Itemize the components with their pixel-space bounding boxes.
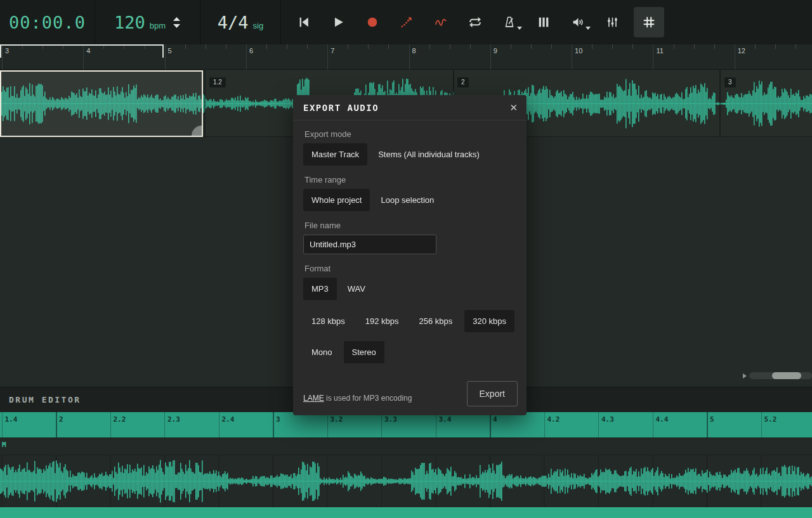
step-sequencer-icon (642, 15, 656, 29)
chevron-down-icon (173, 23, 181, 29)
dropdown-caret-icon (517, 27, 522, 30)
time-signature-control[interactable]: 4/4 sig (200, 0, 281, 44)
ruler-tick (219, 412, 219, 437)
piano-roll-button[interactable] (531, 10, 556, 35)
clip-label: 3 (724, 77, 736, 87)
beat-tick (694, 44, 695, 49)
automation-curve-icon (434, 15, 448, 29)
beat-tick (429, 44, 430, 49)
bar-line (735, 44, 735, 70)
ruler-mark: 8 (412, 47, 416, 55)
dialog-footer: LAME is used for MP3 encoding Export (303, 381, 518, 406)
export-button[interactable]: Export (467, 381, 518, 406)
metronome-button[interactable] (497, 10, 522, 35)
record-icon (365, 15, 379, 29)
lame-link[interactable]: LAME (303, 394, 324, 403)
speaker-icon (571, 15, 585, 29)
encoding-note-text: is used for MP3 encoding (326, 394, 412, 403)
horizontal-scrollbar[interactable] (749, 372, 812, 379)
export-mode-option-master-track[interactable]: Master Track (303, 143, 367, 165)
format-option-wav[interactable]: WAV (339, 278, 374, 300)
time-signature-value: 4/4 (218, 13, 249, 32)
ruler-mark: 2.2 (114, 415, 126, 424)
format-option-mp3[interactable]: MP3 (303, 278, 337, 300)
beat-tick (531, 44, 532, 49)
mixer-button[interactable] (599, 10, 625, 35)
time-range-option-whole-project[interactable]: Whole project (303, 189, 370, 211)
ruler-tick (761, 412, 762, 437)
close-button[interactable]: ✕ (509, 103, 518, 112)
beat-tick (511, 44, 511, 49)
bpm-control[interactable]: 120 bpm (95, 0, 200, 44)
beat-tick (348, 44, 348, 49)
bitrate-options: 128 kbps 192 kbps 256 kbps 320 kbps (303, 310, 516, 332)
automation-dots-icon (400, 15, 414, 29)
beat-tick (287, 44, 287, 49)
beat-tick (450, 44, 450, 49)
beat-tick (185, 44, 186, 49)
ruler-mark: 5.2 (764, 415, 777, 424)
bar-line (246, 44, 247, 70)
time-range-option-loop-selection[interactable]: Loop selection (372, 189, 442, 211)
time-signature-unit: sig (253, 21, 264, 30)
ruler-tick (381, 412, 382, 437)
scroll-arrow-icon[interactable] (743, 373, 747, 379)
bpm-value: 120 (114, 13, 145, 32)
bitrate-option-320[interactable]: 320 kbps (464, 310, 514, 332)
ruler-mark: 3 (276, 415, 280, 424)
loop-button[interactable] (462, 10, 488, 35)
record-button[interactable] (360, 10, 385, 35)
file-name-label: File name (304, 221, 516, 230)
skip-to-start-button[interactable] (291, 10, 317, 35)
drum-editor-title: DRUM EDITOR (9, 395, 81, 405)
close-icon: ✕ (509, 102, 518, 113)
loop-region-indicator[interactable] (0, 44, 164, 58)
channel-option-stereo[interactable]: Stereo (344, 341, 384, 363)
ruler-mark: 3.2 (331, 415, 343, 424)
drum-editor-lane[interactable] (0, 455, 812, 507)
bitrate-option-256[interactable]: 256 kbps (411, 310, 461, 332)
step-sequencer-button[interactable] (634, 7, 664, 37)
ruler-mark: 4.4 (656, 415, 669, 424)
bitrate-option-192[interactable]: 192 kbps (357, 310, 407, 332)
bpm-stepper[interactable] (173, 16, 181, 29)
bitrate-option-128[interactable]: 128 kbps (303, 310, 353, 332)
ruler-tick (707, 412, 708, 437)
beat-tick (470, 44, 471, 49)
time-display-value: 00:00.0 (9, 13, 86, 32)
selected-audio-clip[interactable] (0, 70, 203, 137)
automation-curve-button[interactable] (428, 10, 454, 35)
bar-line (409, 44, 410, 70)
ruler-tick (598, 412, 599, 437)
clip-label: 1.2 (209, 77, 226, 87)
export-mode-option-stems[interactable]: Stems (All individual tracks) (370, 143, 488, 165)
ruler-tick (327, 412, 328, 437)
bar-line (165, 44, 166, 70)
file-name-input[interactable] (303, 235, 436, 254)
play-button[interactable] (325, 10, 351, 35)
format-options: MP3 WAV (303, 278, 516, 300)
timeline-ruler[interactable]: 3456789101112 (0, 44, 812, 70)
beat-tick (755, 44, 756, 49)
export-mode-label: Export mode (304, 129, 516, 139)
ruler-tick (56, 412, 57, 437)
dialog-header: EXPORT AUDIO ✕ (293, 95, 527, 120)
drum-editor-ruler[interactable]: 1.422.22.32.433.23.33.444.24.34.455.2 (0, 412, 812, 437)
ruler-mark: 1.4 (5, 415, 18, 424)
drum-track-row[interactable]: M (0, 437, 812, 455)
daw-app: 00:00.0 120 bpm 4/4 sig (0, 0, 812, 518)
scrollbar-thumb[interactable] (772, 372, 801, 379)
beat-tick (674, 44, 674, 49)
beat-tick (551, 44, 552, 49)
ruler-mark: 11 (656, 47, 663, 55)
ruler-mark: 6 (249, 47, 253, 55)
channel-option-mono[interactable]: Mono (303, 341, 341, 363)
bar-line (653, 44, 653, 70)
drum-editor-hscrollbar[interactable] (0, 507, 812, 518)
loop-icon (468, 15, 482, 29)
ruler-tick (2, 412, 3, 437)
audio-output-button[interactable] (565, 10, 591, 35)
drum-waveform-canvas (0, 455, 812, 507)
automation-write-button[interactable] (394, 10, 419, 35)
play-icon (331, 15, 345, 29)
